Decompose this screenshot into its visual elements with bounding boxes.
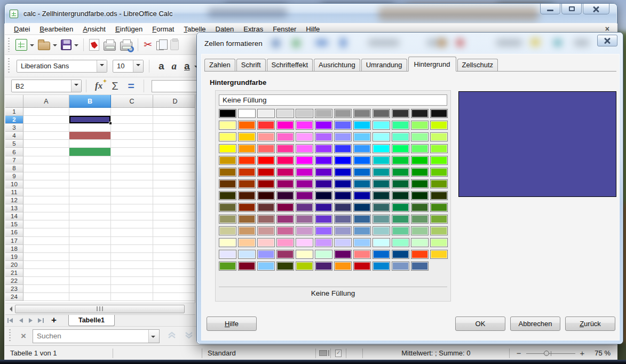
find-close-icon[interactable]: × bbox=[14, 331, 33, 342]
find-next-button[interactable] bbox=[184, 331, 194, 342]
cell-c7[interactable] bbox=[111, 156, 153, 164]
row-header-15[interactable]: 15 bbox=[5, 220, 23, 228]
color-swatch[interactable] bbox=[353, 238, 371, 247]
selection-stats[interactable]: Mittelwert: ; Summe: 0 bbox=[363, 349, 509, 357]
row-header-1[interactable]: 1 bbox=[5, 108, 23, 116]
maximize-button[interactable] bbox=[561, 4, 582, 14]
cell-d24[interactable] bbox=[153, 293, 195, 301]
cell-b10[interactable] bbox=[69, 180, 111, 188]
row-header-14[interactable]: 14 bbox=[5, 212, 23, 220]
row-header-8[interactable]: 8 bbox=[5, 164, 23, 172]
color-swatch[interactable] bbox=[219, 132, 236, 141]
color-swatch[interactable] bbox=[219, 250, 236, 259]
color-swatch[interactable] bbox=[373, 250, 390, 259]
color-swatch[interactable] bbox=[257, 203, 275, 212]
cell-d8[interactable] bbox=[153, 164, 195, 172]
cell-a2[interactable] bbox=[23, 116, 69, 124]
fill-style-field[interactable]: Keine Füllung bbox=[219, 94, 447, 106]
cell-c19[interactable] bbox=[111, 253, 153, 261]
new-document-dropdown-icon[interactable] bbox=[30, 44, 34, 49]
cell-d10[interactable] bbox=[153, 180, 195, 188]
cell-a15[interactable] bbox=[23, 220, 69, 228]
color-swatch[interactable] bbox=[219, 168, 236, 177]
cell-a7[interactable] bbox=[23, 156, 69, 164]
color-swatch[interactable] bbox=[315, 179, 332, 188]
color-swatch[interactable] bbox=[238, 238, 256, 247]
color-swatch[interactable] bbox=[334, 132, 352, 141]
color-swatch[interactable] bbox=[315, 144, 332, 153]
column-header-c[interactable]: C bbox=[111, 95, 153, 108]
cell-d2[interactable] bbox=[153, 116, 195, 124]
cell-c4[interactable] bbox=[111, 132, 153, 140]
color-swatch[interactable] bbox=[373, 203, 390, 212]
color-swatch[interactable] bbox=[315, 203, 332, 212]
color-swatch[interactable] bbox=[353, 168, 371, 177]
color-swatch[interactable] bbox=[353, 215, 371, 224]
color-swatch[interactable] bbox=[373, 226, 390, 235]
cell-d3[interactable] bbox=[153, 124, 195, 132]
cut-button[interactable]: ✂ bbox=[142, 37, 154, 52]
color-swatch[interactable] bbox=[334, 203, 352, 212]
menu-item-format[interactable]: Format bbox=[147, 25, 179, 34]
row-header-13[interactable]: 13 bbox=[5, 204, 23, 212]
color-swatch[interactable] bbox=[257, 121, 275, 130]
color-swatch[interactable] bbox=[430, 132, 448, 141]
color-swatch[interactable] bbox=[411, 238, 429, 247]
name-box[interactable] bbox=[11, 80, 82, 92]
cell-c3[interactable] bbox=[111, 124, 153, 132]
tab-zahlen[interactable]: Zahlen bbox=[204, 59, 235, 71]
cell-c17[interactable] bbox=[111, 237, 153, 245]
color-swatch[interactable] bbox=[392, 132, 409, 141]
color-swatch[interactable] bbox=[296, 238, 313, 247]
color-swatch[interactable] bbox=[430, 168, 448, 177]
row-header-10[interactable]: 10 bbox=[5, 180, 23, 188]
color-swatch[interactable] bbox=[315, 215, 332, 224]
color-swatch[interactable] bbox=[430, 215, 448, 224]
color-swatch[interactable] bbox=[257, 215, 275, 224]
cell-a19[interactable] bbox=[23, 253, 69, 261]
cell-a10[interactable] bbox=[23, 180, 69, 188]
close-button[interactable] bbox=[583, 4, 609, 14]
cell-b5[interactable] bbox=[69, 140, 111, 148]
color-swatch[interactable] bbox=[257, 132, 275, 141]
cell-c14[interactable] bbox=[111, 212, 153, 220]
cell-b6[interactable] bbox=[69, 148, 111, 156]
cell-d14[interactable] bbox=[153, 212, 195, 220]
print-button[interactable] bbox=[102, 37, 117, 52]
color-swatch[interactable] bbox=[238, 250, 256, 259]
cell-b16[interactable] bbox=[69, 228, 111, 236]
color-swatch[interactable] bbox=[238, 156, 256, 165]
color-swatch[interactable] bbox=[411, 191, 429, 200]
color-swatch[interactable] bbox=[411, 262, 429, 271]
row-header-24[interactable]: 24 bbox=[5, 293, 23, 301]
add-sheet-button[interactable]: + bbox=[46, 315, 62, 326]
color-swatch[interactable] bbox=[238, 215, 256, 224]
color-swatch[interactable] bbox=[411, 132, 429, 141]
sum-icon[interactable]: Σ bbox=[107, 80, 123, 92]
color-swatch[interactable] bbox=[296, 250, 313, 259]
color-swatch[interactable] bbox=[315, 109, 332, 118]
font-name-combo[interactable]: Liberation Sans bbox=[17, 60, 107, 73]
copy-button[interactable] bbox=[155, 37, 168, 52]
color-swatch[interactable] bbox=[373, 191, 390, 200]
cell-c2[interactable] bbox=[111, 116, 153, 124]
color-swatch[interactable] bbox=[257, 250, 275, 259]
cell-d4[interactable] bbox=[153, 132, 195, 140]
color-swatch[interactable] bbox=[411, 250, 429, 259]
color-swatch[interactable] bbox=[392, 262, 409, 271]
previous-sheet-button[interactable] bbox=[15, 315, 26, 326]
color-swatch[interactable] bbox=[276, 215, 294, 224]
cell-c23[interactable] bbox=[111, 285, 153, 293]
row-header-22[interactable]: 22 bbox=[5, 277, 23, 285]
menu-item-datei[interactable]: Datei bbox=[9, 25, 35, 34]
color-swatch[interactable] bbox=[353, 203, 371, 212]
color-swatch[interactable] bbox=[276, 262, 294, 271]
row-header-9[interactable]: 9 bbox=[5, 172, 23, 180]
cell-c20[interactable] bbox=[111, 261, 153, 269]
color-swatch[interactable] bbox=[257, 168, 275, 177]
color-swatch[interactable] bbox=[315, 250, 332, 259]
tab-schrifteffekt[interactable]: Schrifteffekt bbox=[267, 59, 313, 71]
cell-b13[interactable] bbox=[69, 204, 111, 212]
insert-mode-icon[interactable] bbox=[319, 350, 327, 356]
cell-c15[interactable] bbox=[111, 220, 153, 228]
